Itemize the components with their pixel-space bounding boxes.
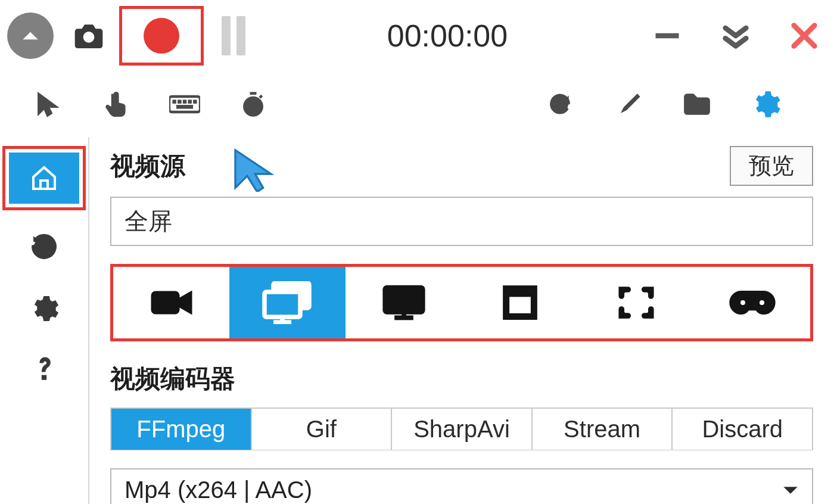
click-capture-button[interactable] <box>95 83 137 125</box>
top-toolbar: 00:00:00 <box>0 0 834 71</box>
svg-point-0 <box>83 32 95 43</box>
sidebar-item-help[interactable] <box>9 345 79 396</box>
monitor-icon <box>381 284 427 322</box>
refresh-icon <box>547 91 573 117</box>
svg-rect-24 <box>508 296 531 314</box>
keystroke-capture-button[interactable] <box>164 83 206 125</box>
camera-icon <box>72 19 105 52</box>
video-encoder-title: 视频编码器 <box>110 362 813 396</box>
minimize-icon <box>652 20 683 51</box>
timer-button[interactable] <box>232 83 274 125</box>
touch-icon <box>103 91 129 117</box>
refresh-button[interactable] <box>539 83 581 125</box>
output-format-value: Mp4 (x264 | AAC) <box>125 477 782 503</box>
svg-point-26 <box>758 300 765 306</box>
source-screens[interactable] <box>229 267 346 338</box>
svg-rect-17 <box>264 292 300 317</box>
sidebar-item-settings[interactable] <box>9 283 79 334</box>
svg-rect-8 <box>189 101 191 103</box>
encoder-tab-ffmpeg[interactable]: FFmpeg <box>111 408 251 450</box>
collapse-down-icon <box>720 20 751 51</box>
main-body: 视频源 预览 全屏 视频编码器 <box>0 137 834 504</box>
video-source-input[interactable]: 全屏 <box>110 197 813 246</box>
svg-point-25 <box>739 300 746 306</box>
video-source-types <box>110 264 813 341</box>
svg-rect-5 <box>173 101 176 103</box>
timer-display: 00:00:00 <box>263 18 631 54</box>
sidebar-item-home-highlight <box>2 146 86 210</box>
svg-rect-4 <box>169 97 200 112</box>
video-source-header: 视频源 预览 <box>110 137 813 186</box>
source-camera[interactable] <box>113 267 229 338</box>
encoder-tab-discard[interactable]: Discard <box>672 408 813 450</box>
cursor-decoration-icon <box>229 144 277 192</box>
video-source-title: 视频源 <box>110 150 185 183</box>
history-icon <box>30 232 58 261</box>
encoder-tab-stream[interactable]: Stream <box>532 408 673 450</box>
window-controls <box>649 18 822 54</box>
source-monitor[interactable] <box>346 267 462 338</box>
close-button[interactable] <box>786 18 822 54</box>
screenshot-button[interactable] <box>70 17 107 54</box>
preview-button[interactable]: 预览 <box>730 146 813 186</box>
pause-icon <box>222 16 231 55</box>
encoder-tab-sharpavi[interactable]: SharpAvi <box>391 408 532 450</box>
sidebar-item-history[interactable] <box>9 221 79 272</box>
brush-button[interactable] <box>608 83 649 125</box>
screens-icon <box>261 281 315 324</box>
record-button[interactable] <box>119 6 204 66</box>
source-gamepad[interactable] <box>694 267 810 338</box>
source-window[interactable] <box>462 267 578 338</box>
stopwatch-icon <box>240 91 266 117</box>
settings-icon <box>750 89 781 120</box>
encoder-tab-gif[interactable]: Gif <box>251 408 392 450</box>
window-icon <box>500 283 540 322</box>
svg-rect-6 <box>178 101 181 103</box>
svg-rect-20 <box>385 288 422 312</box>
help-icon <box>32 354 56 387</box>
output-format-select[interactable]: Mp4 (x264 | AAC) <box>110 468 813 504</box>
svg-line-14 <box>260 95 262 98</box>
camera-video-icon <box>150 286 193 319</box>
home-icon <box>30 164 58 192</box>
svg-rect-15 <box>152 292 179 313</box>
cursor-icon <box>35 91 61 117</box>
pause-button[interactable] <box>222 16 245 55</box>
svg-rect-10 <box>177 105 192 108</box>
folder-icon <box>682 91 712 117</box>
keyboard-icon <box>169 92 200 116</box>
svg-rect-7 <box>183 101 186 103</box>
left-sidebar <box>0 137 89 504</box>
close-icon <box>789 20 820 51</box>
gear-icon <box>30 294 58 323</box>
sidebar-item-home[interactable] <box>9 153 79 204</box>
output-folder-button[interactable] <box>676 83 718 125</box>
record-icon <box>144 18 179 54</box>
chevron-down-icon <box>782 485 799 496</box>
expand-up-icon <box>19 24 42 47</box>
cursor-capture-button[interactable] <box>27 83 69 125</box>
source-region[interactable] <box>578 267 694 338</box>
main-panel: 视频源 预览 全屏 视频编码器 <box>89 137 834 504</box>
collapse-button[interactable] <box>718 18 754 54</box>
brush-icon <box>615 91 642 117</box>
options-toolbar <box>0 71 834 137</box>
svg-rect-9 <box>194 101 196 103</box>
encoder-tabs: FFmpeg Gif SharpAvi Stream Discard <box>110 407 813 450</box>
gamepad-icon <box>729 287 776 318</box>
settings-button[interactable] <box>745 83 786 125</box>
expand-up-button[interactable] <box>7 13 54 59</box>
region-icon <box>617 283 656 322</box>
minimize-button[interactable] <box>649 18 685 54</box>
